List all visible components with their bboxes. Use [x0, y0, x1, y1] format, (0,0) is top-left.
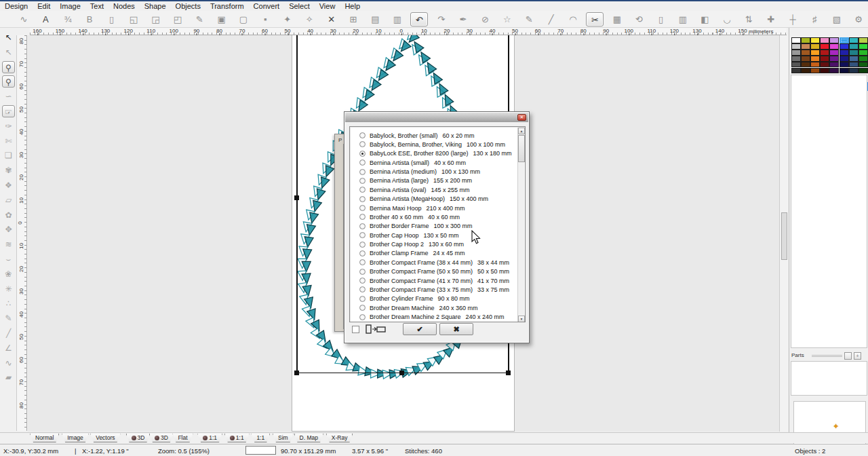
- palette-swatch-35[interactable]: [820, 62, 829, 68]
- redo-icon[interactable]: ↷: [433, 12, 450, 26]
- pattern-icon[interactable]: ▧: [828, 12, 846, 26]
- hoop-option-brother-border-frame[interactable]: Brother Border Frame100 x 300 mm: [350, 222, 515, 231]
- radio-icon[interactable]: [359, 141, 366, 147]
- view-tab-x-ray-11[interactable]: X-Ray: [326, 434, 353, 442]
- palette-swatch-36[interactable]: [829, 62, 839, 68]
- scroll-up-icon[interactable]: ▲: [518, 128, 525, 134]
- hoop-option-brother-cap-hoop[interactable]: Brother Cap Hoop130 x 50 mm: [350, 231, 515, 240]
- view-tab-d-map-10[interactable]: D. Map: [294, 434, 323, 442]
- menu-item-nodes[interactable]: Nodes: [108, 2, 140, 10]
- open-file-icon[interactable]: ◱: [125, 12, 142, 26]
- hoop-scrollbar-thumb[interactable]: [518, 135, 525, 162]
- hoop-option-bernina-artista-small[interactable]: Bernina Artista (small)40 x 60 mm: [350, 158, 515, 167]
- palette-swatch-28[interactable]: [829, 56, 839, 62]
- sort-icon[interactable]: ⇅: [740, 12, 757, 26]
- drag-tool[interactable]: ✥: [2, 223, 15, 235]
- settings-icon[interactable]: ⚙: [850, 12, 867, 26]
- palette-swatch-24[interactable]: [791, 56, 801, 62]
- pan-tool[interactable]: ☞: [2, 105, 15, 117]
- palette-swatch-9[interactable]: [801, 43, 810, 50]
- palette-swatch-13[interactable]: [840, 43, 849, 50]
- measure-icon[interactable]: ♯: [806, 12, 823, 26]
- view-tab-3d-3[interactable]: 3D: [126, 434, 151, 442]
- star-icon[interactable]: ☆: [498, 12, 516, 26]
- menu-item-transform[interactable]: Transform: [205, 2, 249, 10]
- palette-swatch-12[interactable]: [829, 43, 839, 50]
- table-icon[interactable]: ▦: [608, 12, 626, 26]
- hoop-option-brother-cylinder-frame[interactable]: Brother Cylinder Frame90 x 80 mm: [350, 294, 515, 303]
- radio-icon[interactable]: [359, 159, 366, 166]
- radio-icon[interactable]: [359, 187, 366, 193]
- radio-icon[interactable]: [359, 214, 366, 220]
- open-special-icon[interactable]: ◲: [146, 12, 164, 26]
- cancel-button[interactable]: ✖: [439, 323, 473, 335]
- palette-swatch-26[interactable]: [810, 56, 820, 62]
- palette-swatch-10[interactable]: [810, 43, 820, 50]
- curve-tool[interactable]: ⌣: [2, 253, 15, 265]
- view-tab-sim-9[interactable]: Sim: [273, 434, 294, 442]
- palette-swatch-31[interactable]: [859, 56, 868, 62]
- radio-icon[interactable]: [359, 296, 366, 302]
- palette-swatch-23[interactable]: [859, 50, 868, 56]
- scrollbar-thumb[interactable]: [781, 212, 787, 260]
- palette-swatch-1[interactable]: [801, 37, 810, 43]
- palette-swatch-20[interactable]: [829, 50, 839, 56]
- hoop-option-bernina-maxi-hoop[interactable]: Bernina Maxi Hoop210 x 400 mm: [350, 204, 515, 212]
- selection-handle-left-mid[interactable]: [294, 195, 299, 200]
- view-tab-1-1-8[interactable]: 1:1: [251, 434, 270, 442]
- radio-icon[interactable]: [359, 250, 366, 256]
- hoop-option-brother-compact-frame-33-x-75-mm[interactable]: Brother Compact Frame (33 x 75 mm)33 x 7…: [350, 285, 515, 294]
- palette-swatch-38[interactable]: [849, 62, 859, 68]
- radio-icon[interactable]: [359, 205, 366, 211]
- magic-wand-alt-icon[interactable]: ✧: [300, 12, 318, 26]
- device-icon[interactable]: ▯: [652, 12, 670, 26]
- hoop-option-bernina-artista-oval[interactable]: Bernina Artista (oval)145 x 255 mm: [350, 185, 515, 194]
- selection-frame-icon[interactable]: ▢: [235, 12, 252, 26]
- palette-swatch-17[interactable]: [801, 50, 810, 56]
- view-tab-1-1-6[interactable]: 1:1: [197, 434, 222, 442]
- palette-swatch-27[interactable]: [820, 56, 829, 62]
- align-icon[interactable]: ✚: [762, 12, 780, 26]
- view-tab-image-1[interactable]: Image: [62, 434, 89, 442]
- select-tool[interactable]: ↖: [2, 31, 15, 43]
- hoop-option-brother-40-x-60-mm[interactable]: Brother 40 x 60 mm40 x 60 mm: [350, 212, 515, 221]
- scissors-tool[interactable]: ✄: [2, 135, 15, 147]
- outline-tool[interactable]: ✾: [2, 164, 15, 176]
- radio-icon[interactable]: [359, 132, 366, 138]
- hoop-option-brother-dream-machine-2-square[interactable]: Brother Dream Machine 2 Square240 x 240 …: [350, 313, 515, 322]
- hoop-option-brother-dream-machine[interactable]: Brother Dream Machine240 x 360 mm: [350, 303, 515, 312]
- selection-handle-bottom-mid[interactable]: [399, 370, 404, 375]
- palette-swatch-2[interactable]: [810, 37, 820, 43]
- zoom-1-tool[interactable]: ⚲: [2, 75, 15, 88]
- palette-swatch-33[interactable]: [801, 62, 810, 68]
- canvas-vertical-scrollbar[interactable]: [779, 35, 788, 432]
- radio-icon[interactable]: [359, 196, 366, 202]
- scroll-down-icon[interactable]: ▼: [518, 316, 525, 322]
- menu-item-shape[interactable]: Shape: [140, 2, 171, 10]
- dots-tool[interactable]: ∴: [2, 297, 15, 309]
- palette-swatch-3[interactable]: [820, 37, 829, 43]
- radio-icon[interactable]: [359, 151, 366, 157]
- hoop-option-babylock-ese-brother-8200-large[interactable]: BabyLock ESE, Brother 8200 (large)130 x …: [350, 149, 515, 158]
- palette-swatch-0[interactable]: [791, 37, 801, 43]
- hoop-option-brother-cap-hoop-2[interactable]: Brother Cap Hoop 2130 x 60 mm: [350, 240, 515, 249]
- palette-swatch-15[interactable]: [859, 43, 868, 50]
- palette-swatch-18[interactable]: [810, 50, 820, 56]
- palette-swatch-14[interactable]: [849, 43, 859, 50]
- stamp-tool[interactable]: ✿: [2, 209, 15, 221]
- radio-icon[interactable]: [359, 259, 366, 265]
- palette-swatch-19[interactable]: [820, 50, 829, 56]
- flower-tool[interactable]: ❀: [2, 268, 15, 280]
- brush-icon[interactable]: ╱: [542, 12, 560, 26]
- hoop-option-babylock-brother-small[interactable]: Babylock, Brother (small)60 x 20 mm: [350, 131, 515, 140]
- hoop-option-bernina-artista-megahoop[interactable]: Bernina Artista (MegaHoop)150 x 400 mm: [350, 195, 515, 204]
- delete-icon[interactable]: ✕: [323, 12, 340, 26]
- palette-swatch-5[interactable]: [840, 37, 849, 43]
- text-wave-icon[interactable]: ∿: [15, 12, 33, 26]
- save-file-icon[interactable]: ▣: [213, 12, 231, 26]
- arc-icon[interactable]: ◠: [564, 12, 582, 26]
- hoop-option-babylock-bernina-brother-viking[interactable]: Babylock, Bernina, Brother, Viking100 x …: [350, 140, 515, 149]
- text-style-icon[interactable]: B: [81, 12, 98, 26]
- pen-tool[interactable]: ✎: [2, 312, 15, 324]
- undo-icon[interactable]: ↶: [410, 12, 428, 26]
